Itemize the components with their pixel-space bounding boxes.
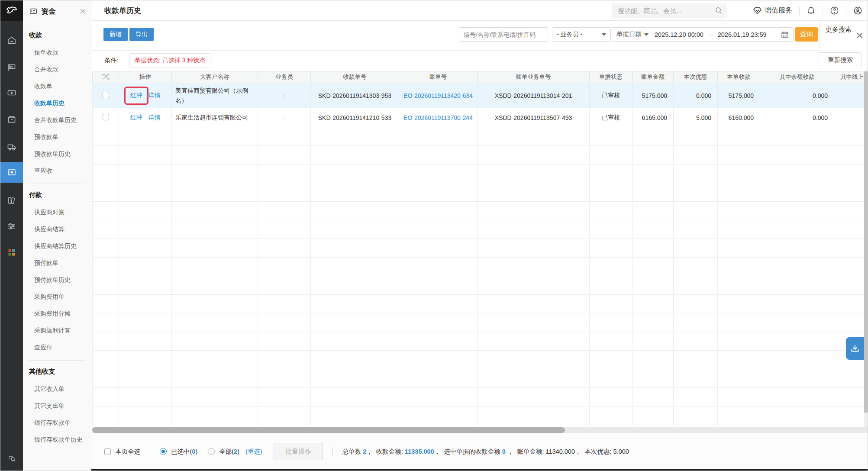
vertical-scrollbar-thumb[interactable] xyxy=(864,71,868,413)
col-header[interactable]: 账单业务单号 xyxy=(478,71,590,83)
sidebar-item[interactable]: 收款单 xyxy=(23,78,91,95)
all-radio-label[interactable]: 全部(2) xyxy=(219,448,239,456)
pos-icon[interactable] xyxy=(0,56,23,77)
sidebar-item[interactable]: 供应商对账 xyxy=(23,204,91,221)
section-receipts: 收款 xyxy=(23,24,91,44)
user-icon[interactable] xyxy=(853,6,862,15)
col-header[interactable]: 账单金额 xyxy=(632,71,674,83)
col-header[interactable]: 单据状态 xyxy=(590,71,632,83)
value-added-services[interactable]: 增值服务 xyxy=(753,6,792,15)
bill-no-link[interactable]: EO-20260119113420-634 xyxy=(403,92,473,99)
horizontal-scrollbar-thumb[interactable] xyxy=(92,427,565,433)
ledger-icon[interactable] xyxy=(0,190,23,211)
safe-icon[interactable] xyxy=(0,162,23,183)
col-header[interactable]: 其中余额收款 xyxy=(760,71,834,83)
col-header[interactable]: 其中线上 xyxy=(834,71,865,83)
sidebar-item[interactable]: 预收款单历史 xyxy=(23,145,91,162)
selected-radio[interactable] xyxy=(160,448,167,455)
column-settings-header[interactable] xyxy=(93,71,119,83)
sidebar-item-active[interactable]: 收款单历史 xyxy=(23,95,91,112)
sidebar-item[interactable]: 合并收款单历史 xyxy=(23,112,91,129)
truck-icon[interactable] xyxy=(0,136,23,157)
topbar-actions: 增值服务 xyxy=(753,0,862,21)
select-all-checkbox[interactable] xyxy=(104,448,111,455)
sidebar-item[interactable]: 采购费用分摊 xyxy=(23,305,91,322)
more-search-label[interactable]: 更多搜索 xyxy=(826,26,852,34)
row-checkbox[interactable] xyxy=(103,114,109,120)
salesman-select[interactable]: - 业务员 - xyxy=(552,27,611,42)
safe-small-icon xyxy=(29,7,38,16)
query-button[interactable]: 查询 xyxy=(795,27,818,42)
page-title: 收款单历史 xyxy=(104,0,141,21)
sidebar-item[interactable]: 查应收 xyxy=(23,162,91,179)
export-button[interactable]: 导出 xyxy=(129,28,154,41)
sidebar-item[interactable]: 预付款单历史 xyxy=(23,271,91,288)
reselect-link[interactable]: (重选) xyxy=(245,448,262,456)
sidebar-item[interactable]: 预付款单 xyxy=(23,255,91,271)
divider xyxy=(150,447,150,456)
home-icon[interactable] xyxy=(0,30,23,51)
close-icon[interactable] xyxy=(80,8,86,14)
col-header[interactable]: 大客户名称 xyxy=(172,71,258,83)
sliders-icon[interactable] xyxy=(0,216,23,236)
chevron-down-icon xyxy=(602,33,606,36)
help-icon[interactable] xyxy=(830,6,839,15)
search-list-icon[interactable] xyxy=(0,448,23,468)
diamond-icon xyxy=(753,6,762,15)
research-button[interactable]: 重新搜索 xyxy=(819,52,862,67)
sidebar-item[interactable]: 其它收入单 xyxy=(23,381,91,397)
condition-row: 条件: 单据状态: 已选择 3 种状态 重新搜索 xyxy=(91,51,868,71)
col-header[interactable]: 业务员 xyxy=(258,71,311,83)
condition-tag[interactable]: 单据状态: 已选择 3 种状态 xyxy=(129,53,210,68)
search-icon[interactable] xyxy=(715,6,723,16)
brand-logo-icon[interactable] xyxy=(0,0,23,21)
col-header[interactable]: 收款单号 xyxy=(311,71,399,83)
sidebar-item[interactable]: 供应商结算历史 xyxy=(23,238,91,255)
keyword-input[interactable] xyxy=(459,27,548,42)
package-icon[interactable] xyxy=(0,109,23,130)
apps-icon[interactable] xyxy=(0,242,23,263)
detail-link[interactable]: 详情 xyxy=(148,92,161,100)
redflush-link[interactable]: 红冲 xyxy=(130,114,142,122)
col-header[interactable]: 账单号 xyxy=(399,71,478,83)
date-field-label[interactable]: 单据日期 xyxy=(616,30,642,39)
summary-text: 总单数 2， 收款金额: 11335.000， 选中单据的收款金额 0 ， 账单… xyxy=(342,448,629,456)
sidebar-header: 资金 xyxy=(23,0,91,22)
download-button[interactable] xyxy=(846,337,864,360)
row-checkbox[interactable] xyxy=(103,92,109,98)
calendar-icon[interactable] xyxy=(781,31,789,39)
sidebar-item[interactable]: 按单收款 xyxy=(23,44,91,61)
online-cell xyxy=(834,83,865,108)
all-radio[interactable] xyxy=(208,448,215,455)
sidebar-item[interactable]: 供应商结算 xyxy=(23,221,91,238)
balance-received-cell: 0.000 xyxy=(760,108,834,127)
sidebar-item[interactable]: 其它支出单 xyxy=(23,397,91,414)
sidebar-item[interactable]: 采购返利计算 xyxy=(23,322,91,339)
detail-link[interactable]: 详情 xyxy=(148,114,161,122)
date-from-value[interactable]: 2025.12.20 00:00 xyxy=(655,31,703,38)
col-header[interactable]: 操作 xyxy=(119,71,172,83)
salesman-cell: - xyxy=(258,83,311,108)
sidebar-item[interactable]: 合并收款 xyxy=(23,61,91,78)
date-range-control[interactable]: 单据日期 2025.12.20 00:00 - 2026.01.19 23:59 xyxy=(612,27,794,42)
global-search-input[interactable] xyxy=(612,3,727,18)
bell-icon[interactable] xyxy=(807,6,816,15)
selected-radio-label[interactable]: 已选中(0) xyxy=(171,448,197,456)
date-to-value[interactable]: 2026.01.19 23:59 xyxy=(718,31,767,38)
sidebar-item[interactable]: 银行存取款单 xyxy=(23,414,91,431)
redflush-link[interactable]: 红冲 xyxy=(130,92,142,99)
batch-operation-button[interactable]: 批量操作 xyxy=(274,443,323,460)
money-icon[interactable] xyxy=(0,82,23,103)
col-header[interactable]: 本次优惠 xyxy=(674,71,718,83)
status-cell: 已审核 xyxy=(590,108,632,127)
close-icon[interactable] xyxy=(856,32,863,39)
sidebar-item[interactable]: 查应付 xyxy=(23,339,91,356)
sidebar-item[interactable]: 采购费用单 xyxy=(23,288,91,305)
bill-no-link[interactable]: EO-20260119113700-244 xyxy=(403,114,473,121)
col-header[interactable]: 本单收款 xyxy=(718,71,760,83)
sidebar-item[interactable]: 银行存取款单历史 xyxy=(23,431,91,448)
select-all-label: 本页全选 xyxy=(115,448,140,456)
vas-label: 增值服务 xyxy=(765,6,792,15)
add-button[interactable]: 新增 xyxy=(103,28,128,41)
sidebar-item[interactable]: 预收款单 xyxy=(23,129,91,145)
